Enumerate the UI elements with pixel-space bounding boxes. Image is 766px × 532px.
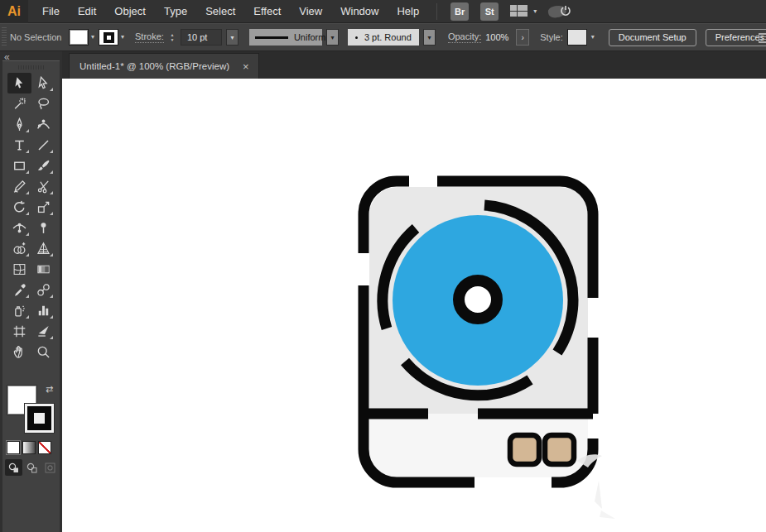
stroke-proxy-swatch[interactable] — [25, 404, 54, 433]
pen-tool[interactable] — [7, 114, 31, 135]
puppet-warp-tool[interactable] — [31, 218, 55, 238]
menu-help[interactable]: Help — [388, 0, 428, 22]
width-icon — [12, 221, 26, 235]
document-setup-button[interactable]: Document Setup — [609, 29, 696, 46]
tool-grid — [2, 73, 60, 362]
hard-drive-artwork[interactable] — [364, 181, 615, 519]
workspace-switcher[interactable]: ▾ — [510, 5, 537, 17]
gradient-tool[interactable] — [31, 259, 55, 280]
stroke-color-control[interactable]: ▾ — [99, 29, 124, 46]
width-profile-dropdown-button[interactable]: ▾ — [326, 29, 339, 46]
opacity-label[interactable]: Opacity: — [448, 31, 481, 43]
swap-fill-stroke-icon[interactable]: ⇄ — [46, 384, 53, 395]
document-tab[interactable]: Untitled-1* @ 100% (RGB/Preview) × — [69, 53, 259, 79]
draw-normal-button[interactable] — [5, 459, 22, 476]
menu-bar: Ai FileEditObjectTypeSelectEffectViewWin… — [0, 0, 766, 23]
canvas[interactable] — [62, 79, 766, 532]
type-tool[interactable] — [7, 135, 31, 156]
color-button[interactable] — [7, 441, 20, 454]
bridge-button[interactable]: Br — [450, 2, 469, 21]
width-profile-text: Uniform — [294, 32, 326, 42]
direct-selection-tool[interactable] — [31, 73, 55, 93]
device-button-left[interactable] — [510, 435, 539, 464]
chevron-down-icon[interactable]: ▾ — [91, 34, 94, 41]
menu-items: FileEditObjectTypeSelectEffectViewWindow… — [33, 0, 428, 22]
none-button[interactable] — [38, 441, 51, 454]
chevron-down-icon[interactable]: ▾ — [121, 34, 124, 41]
gpu-performance-button[interactable] — [548, 3, 571, 20]
menu-window[interactable]: Window — [331, 0, 388, 22]
curvature-tool[interactable] — [31, 114, 55, 135]
scale-tool[interactable] — [31, 197, 55, 218]
stray-artifact — [577, 454, 615, 519]
stroke-weight-stepper[interactable]: ▲ ▼ — [168, 33, 176, 41]
panel-toggle-icon[interactable] — [759, 33, 766, 43]
hand-tool[interactable] — [7, 342, 31, 362]
lasso-tool[interactable] — [31, 93, 55, 114]
rectangle-tool[interactable] — [7, 156, 31, 176]
mesh-tool[interactable] — [7, 259, 31, 280]
brush-select[interactable]: 3 pt. Round — [348, 29, 419, 46]
menu-effect[interactable]: Effect — [244, 0, 290, 22]
menu-type[interactable]: Type — [155, 0, 196, 22]
draw-behind-button[interactable] — [23, 459, 41, 476]
opacity-expand-button[interactable]: › — [516, 29, 529, 46]
disc-hub[interactable] — [459, 280, 497, 319]
slice-tool[interactable] — [31, 321, 55, 342]
stepper-down-icon[interactable]: ▼ — [168, 38, 176, 41]
rotate-tool[interactable] — [7, 197, 31, 218]
magic-wand-tool[interactable] — [7, 93, 31, 114]
line-segment-tool[interactable] — [31, 135, 55, 156]
width-profile-select[interactable]: Uniform — [249, 29, 322, 46]
artboard-artwork[interactable] — [62, 79, 766, 532]
stepper-up-icon[interactable]: ▲ — [168, 33, 176, 36]
scissors-tool[interactable] — [31, 176, 55, 197]
column-graph-tool[interactable] — [31, 300, 55, 321]
chevron-down-icon[interactable]: ▾ — [591, 34, 595, 41]
stroke-weight-value[interactable]: 10 pt — [181, 29, 222, 46]
stock-button[interactable]: St — [480, 2, 499, 21]
shape-builder-icon — [12, 242, 26, 256]
stroke-swatch[interactable] — [99, 29, 118, 46]
perspective-grid-icon — [36, 242, 51, 256]
close-tab-icon[interactable]: × — [243, 61, 249, 72]
panel-grip[interactable] — [18, 65, 45, 69]
menu-view[interactable]: View — [290, 0, 331, 22]
eyedropper-tool[interactable] — [7, 280, 31, 300]
style-swatch[interactable] — [567, 29, 587, 46]
scale-icon — [36, 200, 51, 214]
opacity-value[interactable]: 100% — [485, 32, 512, 42]
menu-edit[interactable]: Edit — [69, 0, 105, 22]
menu-file[interactable]: File — [33, 0, 69, 22]
device-button-right[interactable] — [545, 435, 574, 464]
fill-color-control[interactable]: ▾ — [69, 29, 94, 46]
symbol-sprayer-tool[interactable] — [7, 300, 31, 321]
gradient-button[interactable] — [22, 441, 36, 454]
style-label[interactable]: Style: — [540, 32, 563, 42]
brush-dropdown-button[interactable]: ▾ — [423, 29, 436, 46]
draw-inside-button[interactable] — [41, 459, 59, 476]
zoom-tool[interactable] — [31, 342, 55, 362]
stroke-weight-dropdown-button[interactable]: ▾ — [226, 29, 238, 46]
fill-swatch[interactable] — [69, 29, 89, 46]
stroke-weight-text: 10 pt — [187, 32, 207, 42]
selection-tool[interactable] — [7, 73, 31, 93]
type-icon — [12, 138, 26, 152]
preferences-button[interactable]: Preferences — [706, 29, 766, 46]
curvature-icon — [36, 117, 51, 132]
shaper-tool[interactable] — [7, 176, 31, 197]
artboard-tool[interactable] — [7, 321, 31, 342]
column-graph-icon — [36, 304, 51, 318]
shape-builder-tool[interactable] — [7, 238, 31, 259]
draw-behind-icon — [26, 463, 37, 473]
panel-grip[interactable] — [2, 27, 7, 47]
chevron-down-icon: ▾ — [533, 8, 537, 15]
lasso-icon — [36, 97, 51, 111]
perspective-grid-tool[interactable] — [31, 238, 55, 259]
stroke-label[interactable]: Stroke: — [135, 31, 164, 43]
menu-select[interactable]: Select — [196, 0, 244, 22]
paintbrush-tool[interactable] — [31, 156, 55, 176]
menu-object[interactable]: Object — [105, 0, 155, 22]
blend-tool[interactable] — [31, 280, 55, 300]
width-tool[interactable] — [7, 218, 31, 238]
